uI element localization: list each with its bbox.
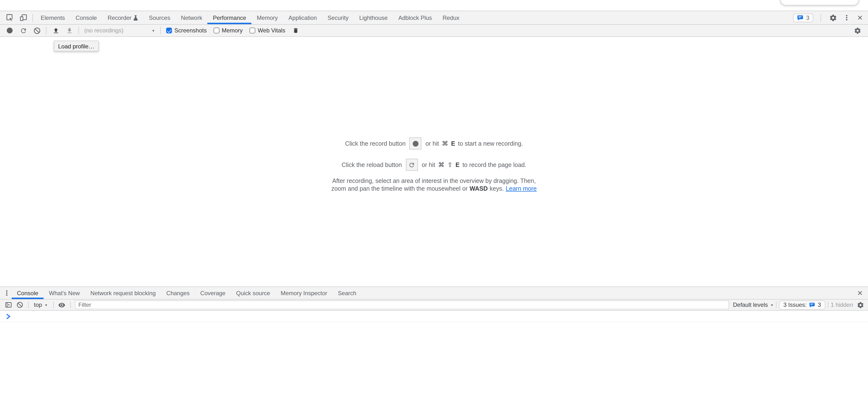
console-prompt-row[interactable]	[0, 311, 868, 322]
tab-label: Search	[338, 290, 356, 296]
tab-label: Performance	[213, 14, 246, 21]
tab-lighthouse[interactable]: Lighthouse	[354, 11, 393, 24]
tab-label: Lighthouse	[359, 14, 388, 21]
issues-counter-badge[interactable]: 3	[793, 13, 813, 22]
paragraph-line: After recording, select an area of inter…	[0, 177, 868, 185]
tab-security[interactable]: Security	[322, 11, 354, 24]
tab-recorder[interactable]: Recorder	[102, 11, 144, 24]
tab-elements[interactable]: Elements	[35, 11, 70, 24]
browser-chip[interactable]	[780, 0, 859, 5]
more-options-button[interactable]	[843, 12, 850, 23]
upload-icon	[52, 27, 59, 34]
console-filter-input[interactable]	[75, 301, 729, 309]
tab-label: Application	[288, 14, 317, 21]
instruction-text: or hit	[426, 140, 439, 147]
chevron-down-icon: ▼	[770, 303, 774, 307]
console-prompt-chevron-icon	[6, 313, 11, 319]
devtools-tabbar: Elements Console Recorder Sources Networ…	[0, 11, 868, 25]
log-levels-select[interactable]: Default levels ▼	[733, 302, 774, 308]
recordings-select[interactable]: (no recordings) ▼	[82, 26, 158, 35]
save-profile-button[interactable]	[62, 25, 76, 36]
divider	[32, 14, 33, 22]
tab-label: Network	[181, 14, 202, 21]
instruction-text: to start a new recording.	[458, 140, 523, 147]
checkbox-checked-icon	[166, 28, 172, 33]
recordings-select-value: (no recordings)	[84, 27, 123, 34]
checkbox-label: Web Vitals	[258, 27, 285, 34]
capture-options: Screenshots Memory Web Vitals	[166, 27, 285, 34]
download-icon	[66, 27, 73, 34]
drawer-tab-search[interactable]: Search	[333, 287, 362, 299]
divider	[828, 302, 828, 308]
issues-count: 3	[806, 14, 809, 21]
levels-value: Default levels	[733, 302, 768, 308]
tab-label: Adblock Plus	[398, 14, 432, 21]
divider	[28, 302, 29, 308]
console-toolbar: top ▼ Default levels ▼ 3 Issues: 3 1 hid…	[0, 300, 868, 311]
tab-label: Coverage	[200, 290, 225, 296]
garbage-collect-button[interactable]	[289, 25, 303, 36]
capture-settings-button[interactable]	[850, 25, 864, 36]
kebab-menu-icon	[843, 14, 850, 21]
tab-adblock-plus[interactable]: Adblock Plus	[393, 11, 437, 24]
landing-paragraph: After recording, select an area of inter…	[0, 177, 868, 193]
record-button-glyph	[409, 137, 422, 149]
drawer-tab-quick-source[interactable]: Quick source	[231, 287, 275, 299]
load-profile-button[interactable]	[49, 25, 62, 36]
record-icon	[413, 141, 418, 146]
tabbar-right-controls: 3	[793, 11, 864, 24]
drawer-tab-network-request-blocking[interactable]: Network request blocking	[85, 287, 161, 299]
drawer-tab-coverage[interactable]: Coverage	[195, 287, 231, 299]
drawer-tab-memory-inspector[interactable]: Memory Inspector	[275, 287, 333, 299]
drawer-tab-console[interactable]: Console	[11, 287, 43, 299]
show-console-sidebar-button[interactable]	[2, 300, 14, 310]
tab-label: Changes	[166, 290, 190, 296]
tab-label: Security	[328, 14, 348, 21]
reload-instruction-line: Click the reload button or hit ⌘ ⇧ E to …	[0, 158, 868, 171]
create-live-expression-button[interactable]	[56, 300, 68, 310]
reload-and-record-button[interactable]	[17, 25, 30, 36]
web-vitals-checkbox[interactable]: Web Vitals	[249, 27, 285, 34]
tab-network[interactable]: Network	[176, 11, 208, 24]
divider	[46, 27, 46, 34]
issues-counter-button[interactable]: 3 Issues: 3	[779, 300, 825, 309]
learn-more-link[interactable]: Learn more	[506, 185, 537, 193]
drawer-tab-changes[interactable]: Changes	[161, 287, 195, 299]
device-toolbar-icon	[20, 14, 27, 21]
tab-sources[interactable]: Sources	[144, 11, 176, 24]
tab-label: Network request blocking	[90, 290, 155, 296]
paragraph-line: zoom and pan the timeline with the mouse…	[0, 185, 868, 193]
paragraph-text: keys.	[490, 185, 504, 193]
tab-console[interactable]: Console	[70, 11, 102, 24]
device-toolbar-button[interactable]	[17, 12, 30, 23]
console-settings-button[interactable]	[855, 300, 866, 310]
reload-icon	[408, 161, 415, 168]
clear-console-button[interactable]	[14, 300, 26, 310]
e-key: E	[451, 140, 455, 147]
record-button[interactable]	[3, 25, 17, 36]
close-devtools-button[interactable]	[856, 12, 864, 23]
checkbox-label: Screenshots	[175, 27, 207, 34]
clear-ban-icon	[17, 302, 23, 308]
tab-label: Recorder	[107, 14, 131, 21]
inspect-element-button[interactable]	[3, 12, 17, 23]
javascript-context-select[interactable]: top ▼	[31, 302, 51, 308]
issues-label: 3 Issues:	[783, 302, 806, 308]
memory-checkbox[interactable]: Memory	[213, 27, 243, 34]
tab-performance[interactable]: Performance	[208, 11, 251, 24]
screenshots-checkbox[interactable]: Screenshots	[166, 27, 207, 34]
drawer-more-tabs-button[interactable]	[2, 288, 11, 298]
close-drawer-button[interactable]	[856, 288, 864, 298]
chevron-down-icon: ▼	[152, 29, 155, 32]
issues-bubble-icon	[797, 14, 804, 21]
shift-key: ⇧	[447, 161, 453, 168]
drawer-tab-whats-new[interactable]: What's New	[43, 287, 85, 299]
tab-memory[interactable]: Memory	[251, 11, 283, 24]
clear-button[interactable]	[30, 25, 43, 36]
tab-redux[interactable]: Redux	[437, 11, 465, 24]
drawer-tabbar: Console What's New Network request block…	[0, 286, 868, 300]
settings-button[interactable]	[828, 12, 838, 23]
clear-ban-icon	[33, 27, 40, 34]
instruction-text: to record the page load.	[462, 161, 526, 168]
tab-application[interactable]: Application	[283, 11, 322, 24]
